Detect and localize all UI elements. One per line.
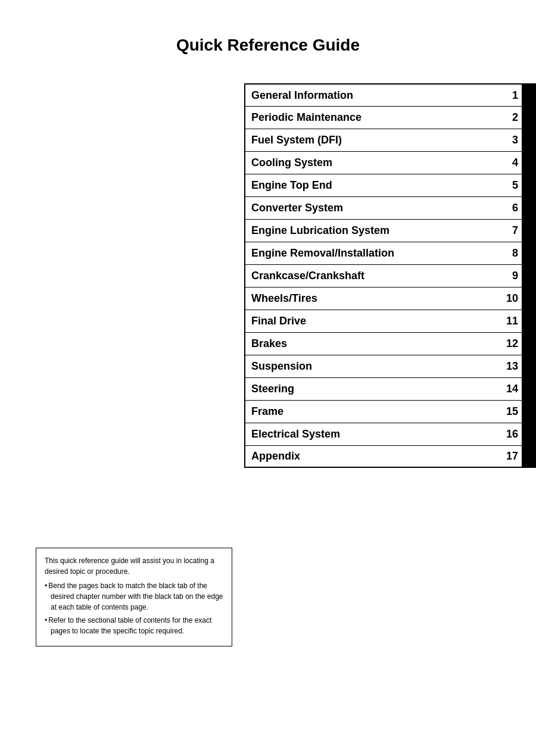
toc-label: Wheels/Tires [245, 288, 493, 310]
toc-number: 6 [493, 197, 522, 219]
toc-label: Periodic Maintenance [245, 107, 493, 129]
toc-number: 16 [493, 423, 522, 445]
toc-tab [522, 333, 535, 355]
toc-tab [522, 423, 535, 445]
info-box-bullets: Bend the pages back to match the black t… [45, 580, 223, 636]
toc-tab [522, 107, 535, 129]
info-bullet: Refer to the sectional table of contents… [45, 615, 223, 636]
toc-tab [522, 174, 535, 196]
toc-label: Brakes [245, 333, 493, 355]
toc-row: Fuel System (DFI)3 [244, 129, 536, 151]
toc-label: Converter System [245, 197, 493, 219]
toc-tab [522, 85, 535, 106]
toc-label: Electrical System [245, 423, 493, 445]
toc-number: 10 [493, 288, 522, 310]
info-bullet: Bend the pages back to match the black t… [45, 580, 223, 613]
toc-label: Steering [245, 378, 493, 400]
toc-row: General Information1 [244, 83, 536, 106]
toc-row: Suspension13 [244, 355, 536, 377]
toc-row: Electrical System16 [244, 423, 536, 445]
toc-label: Suspension [245, 355, 493, 377]
toc-tab [522, 355, 535, 377]
toc-number: 15 [493, 401, 522, 423]
toc-tab [522, 152, 535, 174]
toc-label: Engine Top End [245, 174, 493, 196]
toc-row: Cooling System4 [244, 151, 536, 174]
toc-tab [522, 129, 535, 151]
toc-label: Appendix [245, 446, 493, 467]
toc-row: Converter System6 [244, 196, 536, 219]
toc-number: 4 [493, 152, 522, 174]
toc-label: Frame [245, 401, 493, 423]
toc-row: Steering14 [244, 377, 536, 400]
toc-tab [522, 446, 535, 467]
toc-number: 2 [493, 107, 522, 129]
toc-label: Final Drive [245, 310, 493, 332]
toc-row: Brakes12 [244, 332, 536, 355]
toc-tab [522, 401, 535, 423]
toc-tab [522, 288, 535, 310]
toc-tab [522, 310, 535, 332]
toc-number: 3 [493, 129, 522, 151]
toc-label: Crankcase/Crankshaft [245, 265, 493, 287]
toc-number: 12 [493, 333, 522, 355]
toc-row: Appendix17 [244, 445, 536, 468]
toc-row: Frame15 [244, 400, 536, 423]
toc-label: Engine Removal/Installation [245, 242, 493, 264]
toc-row: Engine Top End5 [244, 174, 536, 196]
toc-number: 8 [493, 242, 522, 264]
toc-row: Engine Removal/Installation8 [244, 242, 536, 264]
toc-number: 9 [493, 265, 522, 287]
toc-number: 7 [493, 220, 522, 242]
toc-number: 17 [493, 446, 522, 467]
toc-tab [522, 197, 535, 219]
table-of-contents: General Information1Periodic Maintenance… [244, 83, 536, 468]
toc-number: 13 [493, 355, 522, 377]
toc-row: Engine Lubrication System7 [244, 219, 536, 242]
toc-label: Fuel System (DFI) [245, 129, 493, 151]
toc-number: 1 [493, 85, 522, 106]
toc-row: Periodic Maintenance2 [244, 106, 536, 129]
page-title: Quick Reference Guide [0, 0, 536, 79]
toc-number: 11 [493, 310, 522, 332]
toc-tab [522, 378, 535, 400]
toc-tab [522, 265, 535, 287]
toc-number: 5 [493, 174, 522, 196]
toc-label: Engine Lubrication System [245, 220, 493, 242]
toc-label: Cooling System [245, 152, 493, 174]
toc-row: Final Drive11 [244, 310, 536, 332]
toc-number: 14 [493, 378, 522, 400]
toc-row: Crankcase/Crankshaft9 [244, 264, 536, 287]
info-box-intro: This quick reference guide will assist y… [45, 555, 223, 577]
info-box: This quick reference guide will assist y… [36, 548, 232, 646]
toc-row: Wheels/Tires10 [244, 287, 536, 310]
toc-label: General Information [245, 85, 493, 106]
toc-tab [522, 220, 535, 242]
toc-tab [522, 242, 535, 264]
